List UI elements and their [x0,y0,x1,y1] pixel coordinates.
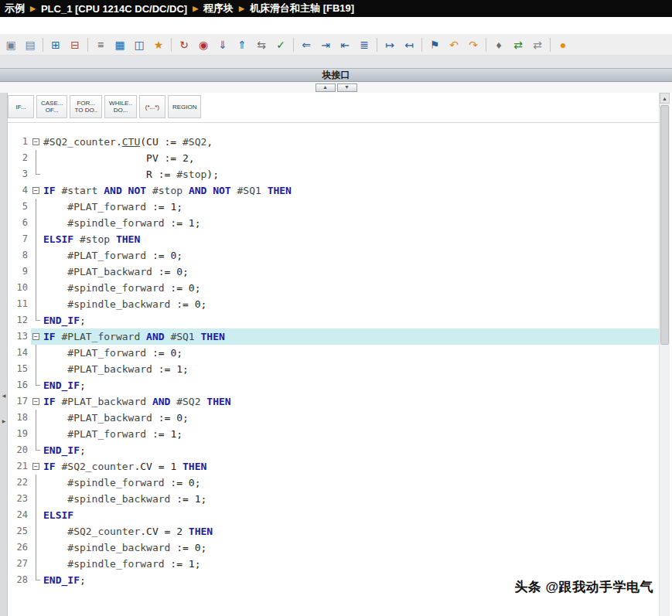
line-number[interactable]: 6 [8,215,31,231]
scrollbar-thumb[interactable] [660,105,669,345]
protection-icon[interactable]: ● [554,36,572,54]
download-icon[interactable]: ⇓ [213,36,232,54]
snippet-tab-for[interactable]: FOR...TO DO.. [70,95,102,118]
breadcrumb-item[interactable]: PLC_1 [CPU 1214C DC/DC/DC] [41,3,187,15]
code-text[interactable]: IF #start AND NOT #stop AND NOT #SQ1 THE… [43,182,659,199]
line-number[interactable]: 11 [8,296,31,312]
goto-next-icon[interactable]: ↷ [464,36,483,54]
call-structure-icon[interactable]: ↻ [175,36,193,54]
code-text[interactable]: #PLAT_forward := 1; [43,426,659,442]
code-text[interactable]: #PLAT_forward := 0; [43,345,659,361]
code-text[interactable]: END_IF; [43,312,659,328]
code-text[interactable]: #spindle_forward := 0; [43,475,659,491]
line-number[interactable]: 3 [8,166,31,182]
code-text[interactable]: R := #stop); [43,166,659,182]
interface-grid-icon[interactable]: ▦ [111,36,129,54]
fold-minus-icon[interactable]: − [32,187,39,194]
code-text[interactable]: #PLAT_backward := 1; [43,361,659,377]
line-number[interactable]: 1 [8,134,31,150]
line-number[interactable]: 10 [8,280,31,296]
left-panel-collapse-icon[interactable]: ▶ [2,418,6,424]
line-number[interactable]: 9 [8,264,31,280]
code-text[interactable]: #spindle_forward := 0; [43,280,659,296]
scroll-up-icon[interactable]: ▲ [660,93,670,104]
breadcrumb-item[interactable]: 程序块 [203,2,234,15]
line-number[interactable]: 27 [8,556,31,572]
code-text[interactable]: END_IF; [43,377,659,393]
line-number[interactable]: 8 [8,247,31,264]
line-number[interactable]: 16 [8,377,31,393]
line-number[interactable]: 25 [8,523,31,539]
line-number[interactable]: 5 [8,199,31,215]
line-number[interactable]: 15 [8,361,31,377]
insert-row-icon[interactable]: ⊞ [46,36,65,54]
line-number[interactable]: 12 [8,312,31,328]
fold-minus-icon[interactable]: − [32,398,39,405]
line-number[interactable]: 18 [8,410,31,426]
delete-row-icon[interactable]: ⊟ [66,36,84,54]
left-panel-handle[interactable]: ◀ ▶ [0,393,8,424]
connect-icon[interactable]: ♦ [490,36,508,54]
code-text[interactable]: #spindle_forward := 1; [43,215,659,231]
line-number[interactable]: 7 [8,231,31,247]
upload-icon[interactable]: ⇑ [233,36,251,54]
line-number[interactable]: 24 [8,507,31,523]
line-number[interactable]: 13 [8,328,31,345]
code-text[interactable]: PV := 2, [43,150,659,166]
code-text[interactable]: #SQ2_counter.CV = 2 THEN [43,523,659,539]
line-number[interactable]: 2 [8,150,31,166]
outline-view-icon[interactable]: ≡ [91,36,110,54]
code-text[interactable]: ELSIF #stop THEN [43,231,659,247]
indent-icon[interactable]: ↦ [380,36,399,54]
snippet-tab-while[interactable]: WHILE..DO... [104,95,137,118]
left-panel-expand-icon[interactable]: ◀ [2,393,6,398]
code-text[interactable]: END_IF; [43,442,659,458]
code-text[interactable]: #spindle_backward := 0; [43,539,659,556]
code-text[interactable]: IF #PLAT_forward AND #SQ1 THEN [43,328,659,345]
fold-minus-icon[interactable]: − [32,333,39,340]
snapshot-icon[interactable]: ◉ [194,36,213,54]
outdent-icon[interactable]: ↤ [400,36,418,54]
code-text[interactable]: #PLAT_backward := 0; [43,410,659,426]
fold-minus-icon[interactable]: − [32,138,39,145]
jump-to-end-icon[interactable]: ⇤ [336,36,354,54]
code-text[interactable]: #PLAT_forward := 1; [43,199,659,215]
left-panel-strip[interactable]: ◀ ▶ [0,93,8,616]
code-text[interactable]: #spindle_backward := 1; [43,491,659,507]
line-number[interactable]: 4 [8,182,31,199]
splitter-expand-up-icon[interactable]: ▲ [316,83,336,92]
line-number[interactable]: 19 [8,426,31,442]
line-number[interactable]: 28 [8,572,31,588]
compare-icon[interactable]: ⇆ [252,36,271,54]
code-text[interactable]: ELSIF [43,507,659,523]
breadcrumb-item[interactable]: 机床滑台和主轴 [FB19] [250,2,354,15]
block-interface-bar[interactable]: 块接口 [0,68,672,82]
line-number[interactable]: 20 [8,442,31,458]
format-code-icon[interactable]: ≣ [355,36,374,54]
watch-table-icon[interactable]: ◫ [130,36,148,54]
compile-icon[interactable]: ✓ [271,36,290,54]
line-number[interactable]: 23 [8,491,31,507]
code-text[interactable]: #SQ2_counter.CTU(CU := #SQ2, [43,134,659,150]
line-number[interactable]: 17 [8,393,31,410]
line-number[interactable]: 22 [8,475,31,491]
code-editor[interactable]: 1−#SQ2_counter.CTU(CU := #SQ2,2 PV := 2,… [8,122,659,616]
code-text[interactable]: #spindle_backward := 0; [43,296,659,312]
sync-online-icon[interactable]: ⇄ [509,36,527,54]
vertical-scrollbar[interactable]: ▲ [659,93,670,616]
snippet-tab-if[interactable]: IF... [8,95,34,118]
code-text[interactable]: #PLAT_forward := 0; [43,247,659,264]
code-text[interactable]: IF #SQ2_counter.CV = 1 THEN [43,458,659,475]
fold-minus-icon[interactable]: − [32,463,39,470]
duplicate-block-icon[interactable]: ▤ [21,36,39,54]
goto-previous-icon[interactable]: ↶ [445,36,463,54]
code-text[interactable]: #PLAT_backward := 0; [43,264,659,280]
code-text[interactable]: IF #PLAT_backward AND #SQ2 THEN [43,393,659,410]
snippet-tab-case[interactable]: CASE...OF... [36,95,67,118]
splitter-collapse-down-icon[interactable]: ▼ [337,83,357,92]
line-number[interactable]: 26 [8,539,31,556]
monitoring-on-icon[interactable]: ⚑ [425,36,444,54]
snippet-tab-region[interactable]: REGION [168,95,202,118]
new-block-icon[interactable]: ▣ [2,36,20,54]
line-number[interactable]: 14 [8,345,31,361]
